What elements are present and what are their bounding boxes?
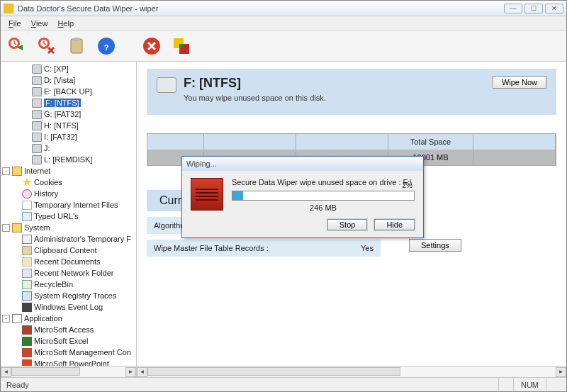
scroll-thumb[interactable]	[147, 367, 400, 376]
expand-spacer	[12, 292, 20, 300]
drive-header: F: [NTFS] You may wipe unused space on t…	[147, 69, 556, 115]
tree-label: System Registry Traces	[34, 291, 116, 300]
scroll-right-icon[interactable]: ►	[125, 367, 136, 377]
toolbar: ?	[1, 30, 566, 62]
tree-item[interactable]: C: [XP]	[2, 63, 135, 74]
tree-label: Application	[24, 314, 62, 323]
tree-label: Cookies	[34, 178, 62, 186]
mft-value: Yes	[361, 244, 374, 252]
tree-item[interactable]: Recent Network Folder	[2, 267, 135, 279]
close-button[interactable]: ✕	[545, 4, 563, 13]
minimize-button[interactable]: —	[504, 4, 522, 13]
menu-view[interactable]: View	[26, 18, 53, 29]
tree-item[interactable]: H: [NTFS]	[2, 120, 135, 131]
drive-icon	[32, 133, 42, 142]
toolbar-help[interactable]: ?	[94, 34, 118, 58]
status-blank2	[546, 378, 561, 391]
window-title: Data Doctor's Secure Data Wiper - wiper	[18, 4, 502, 13]
tree-item[interactable]: System Registry Traces	[2, 290, 135, 301]
progress-percent: 2%	[403, 181, 412, 189]
toolbar-swap[interactable]	[169, 34, 193, 58]
tree-item[interactable]: F: [NTFS]	[2, 97, 135, 108]
expand-spacer	[22, 65, 30, 73]
col-3	[296, 134, 388, 150]
tree-label: MicroSoft Access	[34, 325, 94, 334]
tree-item[interactable]: Typed URL's	[2, 211, 135, 222]
collapse-icon[interactable]: -	[2, 315, 10, 323]
tree-label: E: [BACK UP]	[44, 87, 92, 96]
tree-item[interactable]: -Internet	[2, 165, 135, 177]
tree-item[interactable]: -Application	[2, 313, 135, 324]
maximize-button[interactable]: ☐	[524, 4, 543, 13]
scroll-right-icon[interactable]: ►	[556, 367, 566, 377]
content-hscroll[interactable]: ◄ ►	[137, 366, 566, 377]
tree[interactable]: C: [XP]D: [Vista]E: [BACK UP]F: [NTFS]G:…	[1, 62, 136, 366]
wipe-now-button[interactable]: Wipe Now	[493, 76, 546, 89]
hide-button[interactable]: Hide	[374, 219, 415, 230]
toolbar-stop[interactable]	[140, 34, 164, 58]
expand-spacer	[12, 179, 20, 186]
tree-item[interactable]: MicroSoft PowerPoint	[2, 358, 135, 366]
tree-label: H: [NTFS]	[44, 121, 79, 130]
tree-item[interactable]: MicroSoft Access	[2, 324, 135, 335]
tree-item[interactable]: MicroSoft Excel	[2, 335, 135, 347]
excel-icon	[22, 337, 32, 346]
toolbar-clipboard[interactable]	[64, 34, 89, 58]
tree-item[interactable]: Windows Event Log	[2, 301, 135, 313]
collapse-icon[interactable]: -	[2, 224, 10, 232]
star-icon	[22, 178, 32, 187]
menu-help[interactable]: Help	[52, 18, 79, 29]
expand-spacer	[22, 99, 30, 107]
tree-item[interactable]: Recent Documents	[2, 256, 135, 267]
ppt-icon	[22, 359, 32, 366]
tree-item[interactable]: E: [BACK UP]	[2, 86, 135, 97]
drive-subtitle: You may wipe unused space on this disk.	[184, 94, 493, 102]
tree-item[interactable]: L: [REMDISK]	[2, 154, 135, 165]
expand-spacer	[12, 201, 20, 209]
tree-item[interactable]: G: [FAT32]	[2, 108, 135, 120]
drive-icon	[32, 76, 42, 85]
disk-icon	[157, 77, 176, 93]
svg-rect-11	[179, 44, 184, 48]
expand-spacer	[12, 190, 20, 198]
col-1	[147, 134, 204, 150]
tree-item[interactable]: Cookies	[2, 177, 135, 188]
tree-label: Clipboard Content	[34, 246, 97, 254]
tree-item[interactable]: Clipboard Content	[2, 245, 135, 256]
sys-icon	[22, 235, 32, 244]
tree-item[interactable]: Temporary Internet Files	[2, 199, 135, 211]
tree-item[interactable]: History	[2, 188, 135, 199]
toolbar-schedule-remove[interactable]	[35, 34, 59, 58]
expand-spacer	[22, 88, 30, 96]
folder-icon	[12, 223, 22, 233]
tree-item[interactable]: D: [Vista]	[2, 74, 135, 86]
toolbar-schedule-add[interactable]	[5, 34, 29, 58]
tree-label: MicroSoft Excel	[34, 337, 88, 345]
app-icon	[4, 4, 13, 13]
tree-item[interactable]: RecycleBin	[2, 279, 135, 290]
tree-item[interactable]: MicroSoft Management Con	[2, 347, 135, 358]
scroll-left-icon[interactable]: ◄	[137, 367, 147, 377]
statusbar: Ready NUM	[1, 377, 566, 391]
menu-file[interactable]: File	[4, 18, 26, 29]
tree-item[interactable]: -System	[2, 222, 135, 233]
tree-item[interactable]: I: [FAT32]	[2, 131, 135, 142]
reg-icon	[22, 291, 32, 301]
stop-button[interactable]: Stop	[327, 219, 368, 230]
tree-item[interactable]: Administrator's Temporary F	[2, 233, 135, 245]
tree-label: I: [FAT32]	[44, 133, 77, 141]
tree-hscroll[interactable]: ◄ ►	[1, 366, 136, 377]
tree-label: G: [FAT32]	[44, 110, 81, 118]
titlebar: Data Doctor's Secure Data Wiper - wiper …	[1, 1, 566, 16]
settings-button[interactable]: Settings	[409, 239, 461, 252]
tree-label: Temporary Internet Files	[34, 201, 118, 209]
scroll-left-icon[interactable]: ◄	[1, 367, 11, 377]
col-total: Total Space	[388, 134, 473, 150]
progress-mb: 246 MB	[232, 203, 415, 212]
collapse-icon[interactable]: -	[2, 167, 10, 175]
scroll-thumb[interactable]	[11, 367, 80, 376]
menubar: File View Help	[1, 16, 566, 30]
svg-text:?: ?	[104, 43, 109, 52]
evt-icon	[22, 303, 32, 312]
tree-item[interactable]: J:	[2, 142, 135, 154]
